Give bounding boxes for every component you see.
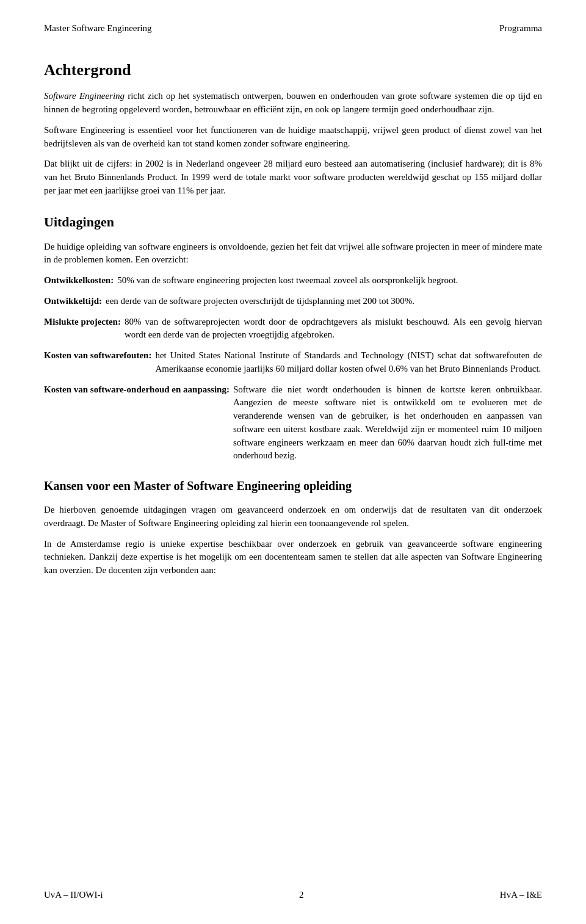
page-footer: UvA – II/OWI-i 2 HvA – I&E (44, 889, 542, 902)
item-term-2: Mislukte projecten: (44, 316, 121, 342)
uitdagingen-heading: Uitdagingen (44, 212, 542, 232)
achtergrond-para1-italic: Software Engineering (44, 91, 125, 101)
footer-page-number: 2 (299, 889, 304, 902)
page-header: Master Software Engineering Programma (44, 22, 542, 35)
list-item: Kosten van software-onderhoud en aanpass… (44, 383, 542, 463)
uitdagingen-list: Ontwikkelkosten: 50% van de software eng… (44, 274, 542, 463)
header-title-right: Programma (499, 22, 542, 35)
achtergrond-para3: Dat blijkt uit de cijfers: in 2002 is in… (44, 157, 542, 197)
item-desc-2: 80% van de softwareprojecten wordt door … (125, 316, 542, 342)
list-item: Ontwikkelkosten: 50% van de software eng… (44, 274, 542, 287)
kansen-heading: Kansen voor een Master of Software Engin… (44, 477, 542, 495)
page: Master Software Engineering Programma Ac… (0, 0, 586, 924)
section-achtergrond: Achtergrond Software Engineering richt z… (44, 59, 542, 198)
uitdagingen-intro: De huidige opleiding van software engine… (44, 240, 542, 267)
footer-right: HvA – I&E (500, 889, 542, 902)
footer-left: UvA – II/OWI-i (44, 889, 103, 902)
section-uitdagingen: Uitdagingen De huidige opleiding van sof… (44, 212, 542, 463)
achtergrond-heading: Achtergrond (44, 59, 542, 82)
section-kansen: Kansen voor een Master of Software Engin… (44, 477, 542, 577)
item-term-4: Kosten van software-onderhoud en aanpass… (44, 383, 230, 463)
kansen-para2: In de Amsterdamse regio is unieke expert… (44, 538, 542, 577)
kansen-para1: De hierboven genoemde uitdagingen vragen… (44, 504, 542, 530)
list-item: Kosten van softwarefouten: het United St… (44, 349, 542, 376)
item-term-1: Ontwikkeltijd: (44, 295, 102, 308)
list-item: Mislukte projecten: 80% van de softwarep… (44, 316, 542, 342)
item-desc-3: het United States National Institute of … (155, 349, 542, 376)
item-term-0: Ontwikkelkosten: (44, 274, 114, 287)
achtergrond-para2: Software Engineering is essentieel voor … (44, 124, 542, 151)
item-term-3: Kosten van softwarefouten: (44, 349, 151, 376)
item-desc-0: 50% van de software engineering projecte… (117, 274, 458, 287)
header-title-left: Master Software Engineering (44, 22, 152, 35)
achtergrond-para1: Software Engineering richt zich op het s… (44, 90, 542, 117)
item-desc-4: Software die niet wordt onderhouden is b… (233, 383, 542, 463)
item-desc-1: een derde van de software projecten over… (106, 295, 414, 308)
list-item: Ontwikkeltijd: een derde van de software… (44, 295, 542, 308)
